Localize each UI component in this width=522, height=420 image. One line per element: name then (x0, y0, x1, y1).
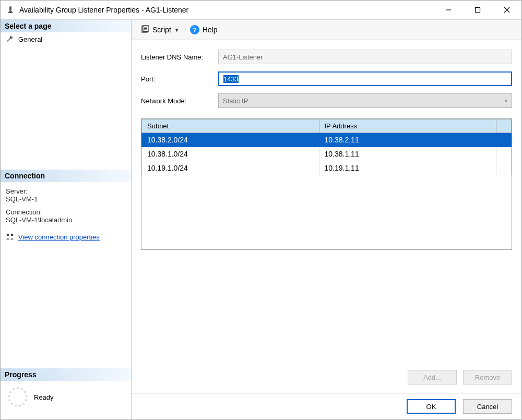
help-button[interactable]: ? Help (186, 23, 222, 37)
cell-subnet: 10.38.2.0/24 (142, 133, 319, 147)
col-ip[interactable]: IP Address (319, 119, 496, 133)
progress-block: Ready (1, 381, 131, 419)
connection-value: SQL-VM-1\localadmin (6, 216, 126, 224)
progress-status: Ready (34, 393, 54, 401)
remove-button[interactable]: Remove (463, 370, 512, 385)
listener-dns-input[interactable] (218, 50, 512, 64)
page-item-general[interactable]: General (1, 32, 131, 46)
svg-point-5 (7, 233, 9, 236)
left-pane: Select a page General Connection Server:… (1, 20, 132, 419)
toolbar: Script ▼ ? Help (132, 20, 521, 40)
maximize-button[interactable] (463, 1, 492, 19)
cancel-button[interactable]: Cancel (463, 399, 512, 414)
port-input[interactable] (218, 71, 512, 86)
svg-rect-0 (9, 6, 11, 11)
select-page-header: Select a page (1, 20, 131, 32)
script-button[interactable]: Script ▼ (137, 23, 184, 37)
server-label: Server: (6, 187, 126, 195)
table-row[interactable]: 10.38.2.0/2410.38.2.11 (142, 133, 512, 147)
minimize-button[interactable] (434, 1, 463, 19)
help-label: Help (203, 26, 218, 34)
wrench-icon (6, 35, 14, 43)
network-mode-select[interactable]: Static IP ▾ (218, 93, 512, 108)
right-pane: Script ▼ ? Help Listener DNS Name: Port: (132, 20, 521, 419)
connection-info: Server: SQL-VM-1 Connection: SQL-VM-1\lo… (1, 182, 131, 229)
title-bar: Availability Group Listener Properties -… (1, 1, 521, 20)
row-mode: Network Mode: Static IP ▾ (141, 93, 512, 108)
row-port: Port: (141, 71, 512, 86)
cell-ip: 10.38.1.11 (319, 147, 496, 161)
cell-spacer (496, 133, 512, 147)
subnet-grid[interactable]: Subnet IP Address 10.38.2.0/2410.38.2.11… (141, 118, 512, 250)
app-icon (6, 5, 15, 15)
dialog-window: Availability Group Listener Properties -… (0, 0, 522, 420)
view-connection-properties[interactable]: View connection properties (1, 229, 131, 245)
script-label: Script (152, 26, 171, 34)
cell-subnet: 10.19.1.0/24 (142, 161, 319, 175)
cell-spacer (496, 161, 512, 175)
svg-point-6 (11, 233, 14, 236)
server-value: SQL-VM-1 (6, 195, 126, 203)
add-button[interactable]: Add... (408, 370, 457, 385)
window-title: Availability Group Listener Properties -… (19, 6, 434, 14)
content-area: Listener DNS Name: Port: Network Mode: (132, 40, 521, 393)
svg-rect-2 (476, 8, 480, 13)
ok-button[interactable]: OK (407, 399, 456, 414)
table-row[interactable]: 10.19.1.0/2410.19.1.11 (142, 161, 512, 175)
dns-label: Listener DNS Name: (141, 53, 218, 61)
chevron-down-icon: ▾ (505, 98, 507, 104)
close-button[interactable] (492, 1, 521, 19)
page-list: General (1, 32, 131, 46)
network-mode-value: Static IP (223, 97, 248, 105)
mode-label: Network Mode: (141, 97, 218, 105)
cell-subnet: 10.38.1.0/24 (142, 147, 319, 161)
connection-properties-icon (6, 232, 14, 242)
grid-buttons: Add... Remove (141, 365, 512, 388)
port-label: Port: (141, 75, 218, 83)
cell-spacer (496, 147, 512, 161)
table-row[interactable]: 10.38.1.0/2410.38.1.11 (142, 147, 512, 161)
progress-spinner-icon (8, 387, 28, 407)
connection-header: Connection (1, 170, 131, 182)
col-spacer (496, 119, 512, 133)
help-icon: ? (190, 25, 199, 34)
view-connection-properties-link[interactable]: View connection properties (18, 233, 100, 241)
row-dns: Listener DNS Name: (141, 50, 512, 64)
chevron-down-icon: ▼ (174, 27, 180, 33)
dialog-body: Select a page General Connection Server:… (1, 20, 521, 419)
window-controls (434, 1, 521, 19)
cell-ip: 10.38.2.11 (319, 133, 496, 147)
page-item-label: General (18, 35, 42, 43)
cell-ip: 10.19.1.11 (319, 161, 496, 175)
dialog-footer: OK Cancel (132, 393, 521, 419)
col-subnet[interactable]: Subnet (142, 119, 319, 133)
connection-label: Connection: (6, 208, 126, 216)
progress-header: Progress (1, 368, 131, 381)
script-icon (141, 25, 149, 35)
